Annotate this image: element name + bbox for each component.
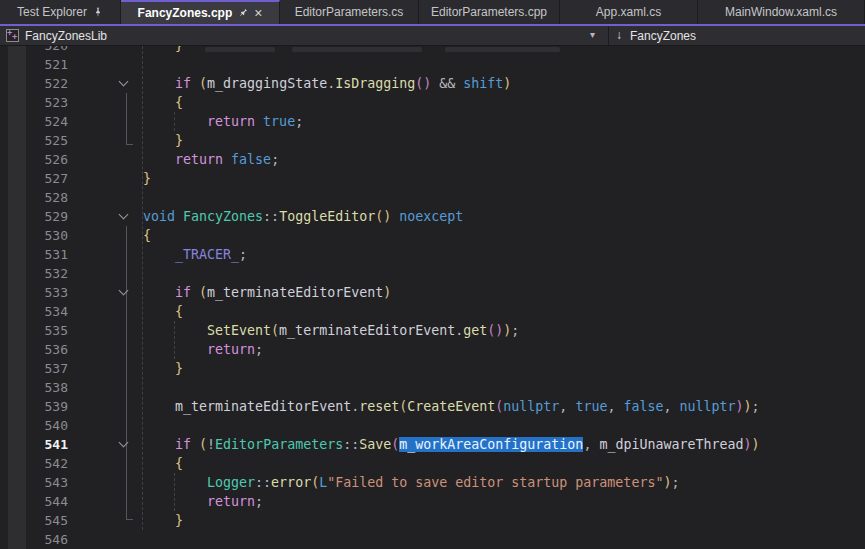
code-text: SetEvent(m_terminateEditorEvent.get()); (143, 323, 519, 338)
code-text: { (143, 456, 183, 471)
fold-margin (68, 150, 143, 169)
pin-icon[interactable] (238, 8, 248, 18)
code-line[interactable]: 544 return; (0, 492, 865, 511)
chevron-down-icon[interactable]: ▾ (590, 29, 595, 40)
fold-chevron-icon[interactable] (119, 438, 129, 448)
fold-margin (68, 454, 143, 473)
code-line[interactable]: 530{ (0, 226, 865, 245)
code-line[interactable]: 528 (0, 188, 865, 207)
code-line[interactable]: 522 if (m_draggingState.IsDragging() && … (0, 74, 865, 93)
project-dropdown[interactable]: FancyZonesLib (25, 29, 107, 43)
fold-chevron-icon[interactable] (119, 210, 129, 220)
code-line[interactable]: 523 { (0, 93, 865, 112)
code-editor[interactable]: 520 }521522 if (m_draggingState.IsDraggi… (0, 46, 865, 549)
line-number: 526 (0, 152, 68, 167)
fold-margin (68, 321, 143, 340)
fold-margin (68, 397, 143, 416)
tab-mainwindow-xaml-cs[interactable]: MainWindow.xaml.cs (698, 0, 865, 24)
code-line[interactable]: 537 } (0, 359, 865, 378)
code-line[interactable]: 529void FancyZones::ToggleEditor() noexc… (0, 207, 865, 226)
line-number: 534 (0, 304, 68, 319)
code-text: } (143, 171, 151, 186)
tab-app-xaml-cs[interactable]: App.xaml.cs (560, 0, 698, 24)
code-line[interactable]: 539 m_terminateEditorEvent.reset(CreateE… (0, 397, 865, 416)
code-line[interactable]: 540 (0, 416, 865, 435)
fold-margin (68, 226, 143, 245)
line-number: 521 (0, 57, 68, 72)
line-number: 546 (0, 532, 68, 547)
code-text: if (!EditorParameters::Save(m_workAreaCo… (143, 437, 760, 452)
code-line[interactable]: 520 } (0, 46, 865, 55)
fold-margin (68, 435, 143, 454)
line-number: 542 (0, 456, 68, 471)
close-icon[interactable]: × (254, 8, 262, 18)
fold-margin (68, 207, 143, 226)
line-number: 529 (0, 209, 68, 224)
vs-editor-window: Test Explorer FancyZones.cpp × EditorPar… (0, 0, 865, 549)
line-number: 531 (0, 247, 68, 262)
tab-label: EditorParameters.cpp (431, 5, 547, 19)
pin-icon[interactable] (93, 7, 103, 17)
tab-label: Test Explorer (17, 5, 87, 19)
code-line[interactable]: 526 return false; (0, 150, 865, 169)
fold-margin (68, 359, 143, 378)
code-line[interactable]: 524 return true; (0, 112, 865, 131)
code-text: m_terminateEditorEvent.reset(CreateEvent… (143, 399, 760, 414)
symbol-dropdown[interactable]: FancyZones (630, 29, 696, 43)
line-number: 524 (0, 114, 68, 129)
fold-margin (68, 492, 143, 511)
tab-label: EditorParameters.cs (295, 5, 404, 19)
code-text: if (m_draggingState.IsDragging() && shif… (143, 76, 511, 91)
line-number: 537 (0, 361, 68, 376)
code-line[interactable]: 543 Logger::error(L"Failed to save edito… (0, 473, 865, 492)
code-line[interactable]: 546 (0, 530, 865, 549)
code-line[interactable]: 541 if (!EditorParameters::Save(m_workAr… (0, 435, 865, 454)
fold-margin (68, 188, 143, 207)
code-line[interactable]: 521 (0, 55, 865, 74)
fold-margin (68, 55, 143, 74)
code-text: } (143, 513, 183, 528)
fold-margin (68, 264, 143, 283)
selected-text[interactable]: m_workAreaConfiguration (399, 437, 583, 452)
line-number: 528 (0, 190, 68, 205)
fold-chevron-icon[interactable] (119, 286, 129, 296)
code-line[interactable]: 525 } (0, 131, 865, 150)
code-line[interactable]: 532 (0, 264, 865, 283)
fold-margin (68, 112, 143, 131)
tab-label: App.xaml.cs (596, 5, 661, 19)
code-text: Logger::error(L"Failed to save editor st… (143, 475, 679, 490)
tab-test-explorer[interactable]: Test Explorer (0, 0, 121, 24)
code-text: void FancyZones::ToggleEditor() noexcept (143, 209, 463, 224)
fold-margin (68, 93, 143, 112)
line-number: 540 (0, 418, 68, 433)
tab-fancyzones-cpp[interactable]: FancyZones.cpp × (121, 0, 280, 24)
line-number: 541 (0, 437, 68, 452)
code-line[interactable]: 533 if (m_terminateEditorEvent) (0, 283, 865, 302)
code-line[interactable]: 538 (0, 378, 865, 397)
tab-editorparameters-cpp[interactable]: EditorParameters.cpp (419, 0, 560, 24)
line-number: 520 (0, 46, 68, 53)
code-line[interactable]: 534 { (0, 302, 865, 321)
code-line[interactable]: 527} (0, 169, 865, 188)
line-number: 522 (0, 76, 68, 91)
line-number: 539 (0, 399, 68, 414)
line-number: 533 (0, 285, 68, 300)
fold-chevron-icon[interactable] (119, 77, 129, 87)
code-line[interactable]: 535 SetEvent(m_terminateEditorEvent.get(… (0, 321, 865, 340)
fold-margin (68, 245, 143, 264)
tab-label: MainWindow.xaml.cs (725, 5, 837, 19)
document-tab-bar: Test Explorer FancyZones.cpp × EditorPar… (0, 0, 865, 24)
tab-editorparameters-cs[interactable]: EditorParameters.cs (280, 0, 419, 24)
code-line[interactable]: 531 _TRACER_; (0, 245, 865, 264)
code-text: } (143, 361, 183, 376)
code-line[interactable]: 536 return; (0, 340, 865, 359)
code-line[interactable]: 545 } (0, 511, 865, 530)
code-line[interactable]: 542 { (0, 454, 865, 473)
code-text: return; (143, 342, 263, 357)
fold-margin (68, 283, 143, 302)
fold-margin (68, 340, 143, 359)
line-number: 544 (0, 494, 68, 509)
fold-margin (68, 530, 143, 549)
divider (608, 26, 609, 46)
code-text: } (143, 46, 183, 53)
